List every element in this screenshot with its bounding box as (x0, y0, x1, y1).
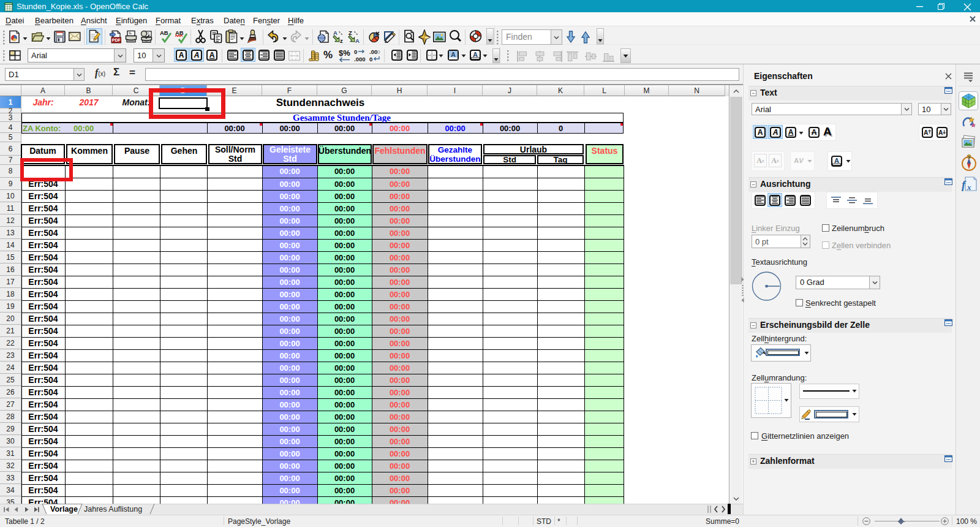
svg-text:N: N (968, 155, 970, 159)
svg-text:0: 0 (354, 48, 357, 55)
svg-text:z: z (340, 37, 343, 44)
svg-text:x: x (967, 183, 971, 192)
svg-text:AB: AB (160, 29, 168, 36)
svg-text:PDF: PDF (112, 38, 121, 42)
svg-text:A: A (333, 29, 337, 36)
svg-text:A: A (451, 51, 456, 58)
svg-text:0: 0 (369, 56, 372, 63)
svg-text:Z: Z (349, 29, 352, 36)
svg-text:0: 0 (377, 48, 380, 55)
svg-text:.000: .000 (354, 56, 366, 63)
svg-text:A: A (924, 129, 929, 135)
svg-text:$%: $% (339, 48, 350, 58)
svg-text:A: A (938, 129, 943, 135)
svg-text:A: A (834, 157, 839, 164)
svg-text:.00: .00 (369, 48, 377, 55)
svg-text:A: A (473, 51, 478, 58)
svg-text:A: A (355, 37, 360, 44)
